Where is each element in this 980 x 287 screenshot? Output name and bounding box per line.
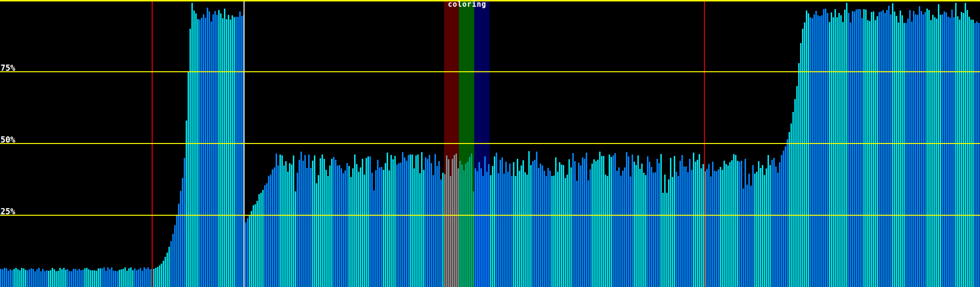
y-axis-labels: 75% 50% 25%: [0, 0, 980, 287]
coloring-label: coloring: [448, 1, 486, 8]
y-axis-label-25: 25%: [0, 208, 15, 216]
frametime-graph: 75% 50% 25% coloring: [0, 0, 980, 287]
y-axis-label-50: 50%: [0, 136, 15, 144]
y-axis-label-75: 75%: [0, 64, 15, 72]
